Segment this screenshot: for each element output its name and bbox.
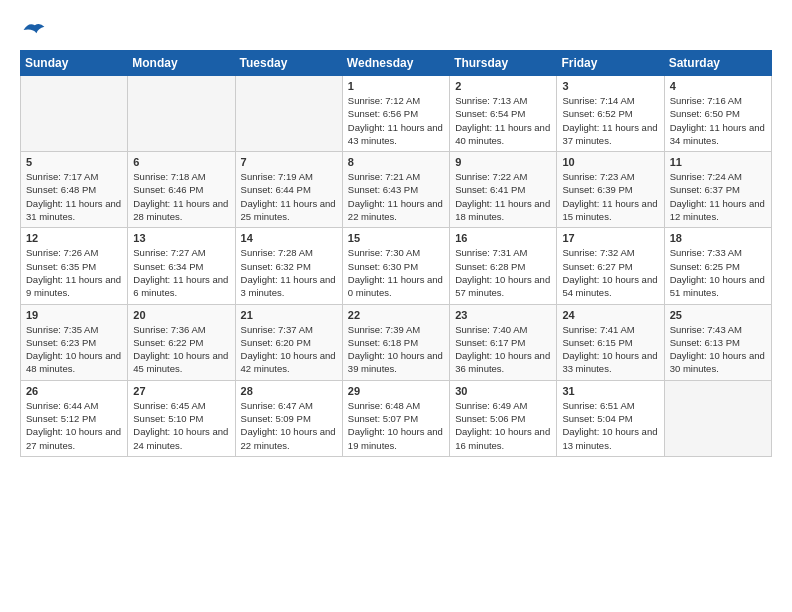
day-number: 16 (455, 232, 551, 244)
day-of-week-header: Saturday (664, 51, 771, 76)
day-number: 10 (562, 156, 658, 168)
day-number: 4 (670, 80, 766, 92)
calendar-day-cell: 14Sunrise: 7:28 AM Sunset: 6:32 PM Dayli… (235, 228, 342, 304)
calendar-day-cell: 28Sunrise: 6:47 AM Sunset: 5:09 PM Dayli… (235, 380, 342, 456)
day-info: Sunrise: 7:28 AM Sunset: 6:32 PM Dayligh… (241, 246, 337, 299)
calendar-day-cell: 2Sunrise: 7:13 AM Sunset: 6:54 PM Daylig… (450, 76, 557, 152)
day-of-week-header: Friday (557, 51, 664, 76)
day-number: 1 (348, 80, 444, 92)
calendar-day-cell (128, 76, 235, 152)
calendar-week-row: 5Sunrise: 7:17 AM Sunset: 6:48 PM Daylig… (21, 152, 772, 228)
calendar-day-cell: 23Sunrise: 7:40 AM Sunset: 6:17 PM Dayli… (450, 304, 557, 380)
day-number: 8 (348, 156, 444, 168)
day-number: 30 (455, 385, 551, 397)
calendar-day-cell: 11Sunrise: 7:24 AM Sunset: 6:37 PM Dayli… (664, 152, 771, 228)
day-number: 14 (241, 232, 337, 244)
page-header (20, 20, 772, 40)
calendar-day-cell: 4Sunrise: 7:16 AM Sunset: 6:50 PM Daylig… (664, 76, 771, 152)
calendar-week-row: 26Sunrise: 6:44 AM Sunset: 5:12 PM Dayli… (21, 380, 772, 456)
day-info: Sunrise: 6:51 AM Sunset: 5:04 PM Dayligh… (562, 399, 658, 452)
day-of-week-header: Tuesday (235, 51, 342, 76)
day-info: Sunrise: 7:39 AM Sunset: 6:18 PM Dayligh… (348, 323, 444, 376)
day-info: Sunrise: 7:36 AM Sunset: 6:22 PM Dayligh… (133, 323, 229, 376)
day-number: 5 (26, 156, 122, 168)
calendar-body: 1Sunrise: 7:12 AM Sunset: 6:56 PM Daylig… (21, 76, 772, 457)
calendar-day-cell: 10Sunrise: 7:23 AM Sunset: 6:39 PM Dayli… (557, 152, 664, 228)
calendar-day-cell: 9Sunrise: 7:22 AM Sunset: 6:41 PM Daylig… (450, 152, 557, 228)
calendar-day-cell: 29Sunrise: 6:48 AM Sunset: 5:07 PM Dayli… (342, 380, 449, 456)
calendar-day-cell: 19Sunrise: 7:35 AM Sunset: 6:23 PM Dayli… (21, 304, 128, 380)
day-info: Sunrise: 7:31 AM Sunset: 6:28 PM Dayligh… (455, 246, 551, 299)
calendar-week-row: 12Sunrise: 7:26 AM Sunset: 6:35 PM Dayli… (21, 228, 772, 304)
calendar-day-cell: 1Sunrise: 7:12 AM Sunset: 6:56 PM Daylig… (342, 76, 449, 152)
day-info: Sunrise: 7:14 AM Sunset: 6:52 PM Dayligh… (562, 94, 658, 147)
day-number: 9 (455, 156, 551, 168)
calendar-day-cell: 21Sunrise: 7:37 AM Sunset: 6:20 PM Dayli… (235, 304, 342, 380)
day-number: 13 (133, 232, 229, 244)
day-number: 25 (670, 309, 766, 321)
day-info: Sunrise: 7:32 AM Sunset: 6:27 PM Dayligh… (562, 246, 658, 299)
day-of-week-header: Thursday (450, 51, 557, 76)
calendar-day-cell: 5Sunrise: 7:17 AM Sunset: 6:48 PM Daylig… (21, 152, 128, 228)
day-number: 20 (133, 309, 229, 321)
day-number: 15 (348, 232, 444, 244)
calendar-day-cell: 6Sunrise: 7:18 AM Sunset: 6:46 PM Daylig… (128, 152, 235, 228)
calendar-day-cell (235, 76, 342, 152)
logo-bird-icon (22, 20, 46, 40)
day-number: 26 (26, 385, 122, 397)
day-info: Sunrise: 7:33 AM Sunset: 6:25 PM Dayligh… (670, 246, 766, 299)
day-of-week-header: Wednesday (342, 51, 449, 76)
day-info: Sunrise: 7:23 AM Sunset: 6:39 PM Dayligh… (562, 170, 658, 223)
calendar-table: SundayMondayTuesdayWednesdayThursdayFrid… (20, 50, 772, 457)
day-info: Sunrise: 7:35 AM Sunset: 6:23 PM Dayligh… (26, 323, 122, 376)
day-number: 29 (348, 385, 444, 397)
day-info: Sunrise: 7:41 AM Sunset: 6:15 PM Dayligh… (562, 323, 658, 376)
calendar-day-cell: 24Sunrise: 7:41 AM Sunset: 6:15 PM Dayli… (557, 304, 664, 380)
calendar-week-row: 19Sunrise: 7:35 AM Sunset: 6:23 PM Dayli… (21, 304, 772, 380)
day-number: 12 (26, 232, 122, 244)
day-number: 7 (241, 156, 337, 168)
day-info: Sunrise: 7:18 AM Sunset: 6:46 PM Dayligh… (133, 170, 229, 223)
day-of-week-header: Sunday (21, 51, 128, 76)
day-info: Sunrise: 7:26 AM Sunset: 6:35 PM Dayligh… (26, 246, 122, 299)
day-info: Sunrise: 7:21 AM Sunset: 6:43 PM Dayligh… (348, 170, 444, 223)
day-info: Sunrise: 7:19 AM Sunset: 6:44 PM Dayligh… (241, 170, 337, 223)
day-info: Sunrise: 6:48 AM Sunset: 5:07 PM Dayligh… (348, 399, 444, 452)
day-info: Sunrise: 6:44 AM Sunset: 5:12 PM Dayligh… (26, 399, 122, 452)
calendar-week-row: 1Sunrise: 7:12 AM Sunset: 6:56 PM Daylig… (21, 76, 772, 152)
day-info: Sunrise: 7:43 AM Sunset: 6:13 PM Dayligh… (670, 323, 766, 376)
calendar-day-cell: 27Sunrise: 6:45 AM Sunset: 5:10 PM Dayli… (128, 380, 235, 456)
day-info: Sunrise: 7:12 AM Sunset: 6:56 PM Dayligh… (348, 94, 444, 147)
day-number: 23 (455, 309, 551, 321)
day-info: Sunrise: 7:40 AM Sunset: 6:17 PM Dayligh… (455, 323, 551, 376)
day-info: Sunrise: 6:47 AM Sunset: 5:09 PM Dayligh… (241, 399, 337, 452)
day-info: Sunrise: 7:16 AM Sunset: 6:50 PM Dayligh… (670, 94, 766, 147)
day-info: Sunrise: 7:24 AM Sunset: 6:37 PM Dayligh… (670, 170, 766, 223)
logo (20, 20, 46, 40)
day-number: 22 (348, 309, 444, 321)
day-number: 19 (26, 309, 122, 321)
day-number: 21 (241, 309, 337, 321)
calendar-day-cell: 17Sunrise: 7:32 AM Sunset: 6:27 PM Dayli… (557, 228, 664, 304)
day-info: Sunrise: 6:49 AM Sunset: 5:06 PM Dayligh… (455, 399, 551, 452)
calendar-day-cell: 7Sunrise: 7:19 AM Sunset: 6:44 PM Daylig… (235, 152, 342, 228)
day-number: 6 (133, 156, 229, 168)
calendar-day-cell: 12Sunrise: 7:26 AM Sunset: 6:35 PM Dayli… (21, 228, 128, 304)
calendar-day-cell (21, 76, 128, 152)
day-number: 27 (133, 385, 229, 397)
day-number: 31 (562, 385, 658, 397)
day-number: 18 (670, 232, 766, 244)
calendar-day-cell: 15Sunrise: 7:30 AM Sunset: 6:30 PM Dayli… (342, 228, 449, 304)
calendar-day-cell: 3Sunrise: 7:14 AM Sunset: 6:52 PM Daylig… (557, 76, 664, 152)
day-info: Sunrise: 7:30 AM Sunset: 6:30 PM Dayligh… (348, 246, 444, 299)
day-number: 28 (241, 385, 337, 397)
day-number: 2 (455, 80, 551, 92)
calendar-day-cell: 20Sunrise: 7:36 AM Sunset: 6:22 PM Dayli… (128, 304, 235, 380)
day-info: Sunrise: 7:27 AM Sunset: 6:34 PM Dayligh… (133, 246, 229, 299)
day-info: Sunrise: 7:22 AM Sunset: 6:41 PM Dayligh… (455, 170, 551, 223)
day-number: 17 (562, 232, 658, 244)
day-info: Sunrise: 7:37 AM Sunset: 6:20 PM Dayligh… (241, 323, 337, 376)
calendar-day-cell: 22Sunrise: 7:39 AM Sunset: 6:18 PM Dayli… (342, 304, 449, 380)
day-number: 11 (670, 156, 766, 168)
calendar-header-row: SundayMondayTuesdayWednesdayThursdayFrid… (21, 51, 772, 76)
